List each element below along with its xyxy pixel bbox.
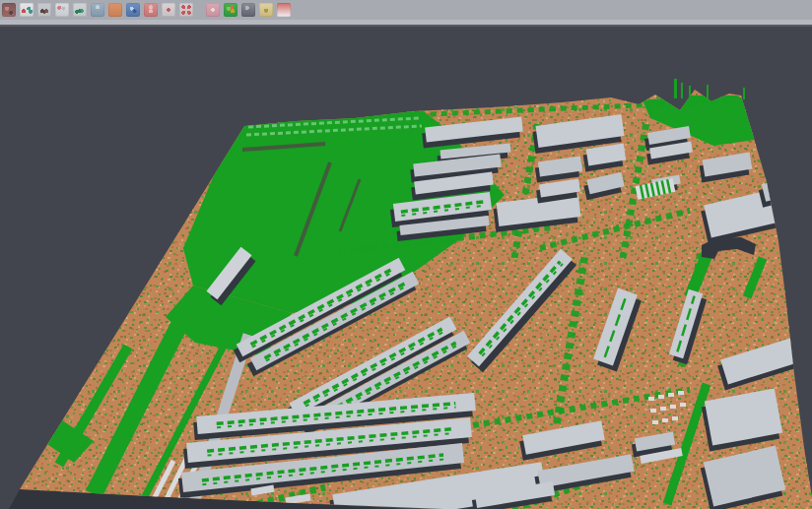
brown-hill-icon[interactable] — [37, 3, 51, 17]
selection-brackets-icon[interactable] — [179, 3, 193, 17]
viewport-3d[interactable] — [0, 27, 812, 509]
terrain-point-cloud-scene — [0, 27, 812, 509]
pink-frame-icon[interactable] — [206, 3, 220, 17]
green-hill-icon[interactable] — [73, 3, 87, 17]
dark-sphere-icon[interactable] — [241, 3, 255, 17]
red-eraser-icon[interactable] — [277, 3, 291, 17]
application-window — [0, 0, 812, 509]
red-ring-icon[interactable] — [162, 3, 175, 17]
dotted-points-icon[interactable] — [55, 3, 69, 17]
points-pair-icon[interactable] — [20, 3, 34, 17]
red-list-icon[interactable] — [144, 3, 158, 17]
yellow-tag-icon[interactable] — [259, 3, 273, 17]
globe-icon[interactable] — [126, 3, 140, 17]
red-block-icon[interactable] — [2, 3, 16, 17]
orange-square-icon[interactable] — [108, 3, 122, 17]
green-map-icon[interactable] — [224, 3, 237, 17]
toolbar — [0, 0, 812, 20]
blue-column-icon[interactable] — [91, 3, 104, 17]
